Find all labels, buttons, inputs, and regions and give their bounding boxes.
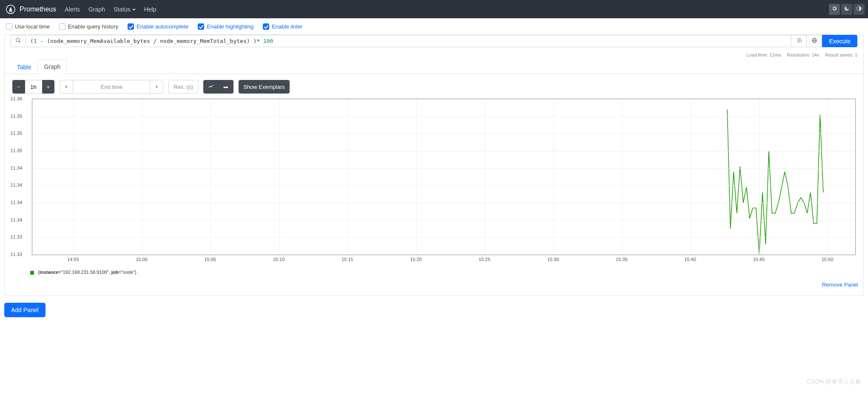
tab-table[interactable]: Table bbox=[11, 60, 37, 74]
gear-icon bbox=[831, 6, 837, 13]
svg-line-4 bbox=[19, 41, 21, 43]
chart-type-control bbox=[203, 80, 233, 94]
svg-point-3 bbox=[16, 38, 20, 42]
moon-icon bbox=[844, 6, 850, 13]
chevron-right-icon bbox=[154, 84, 159, 90]
stat-load-time: Load time: 11ms bbox=[746, 52, 781, 57]
opt-highlighting-label: Enable highlighting bbox=[207, 23, 253, 30]
globe-icon bbox=[811, 37, 817, 45]
contrast-toggle-button[interactable] bbox=[854, 4, 865, 15]
checkbox-icon[interactable] bbox=[59, 23, 65, 30]
chart-yaxis: 11.3611.3511.3511.3511.3411.3411.3411.34… bbox=[5, 99, 24, 265]
nav-links: Alerts Graph Status Help bbox=[65, 6, 156, 13]
range-control: − + bbox=[12, 80, 54, 94]
stackedchart-icon bbox=[223, 83, 229, 91]
format-expression-button[interactable] bbox=[791, 35, 807, 47]
add-panel-row: Add Panel bbox=[0, 296, 868, 324]
chevron-left-icon bbox=[64, 84, 68, 90]
range-input[interactable] bbox=[25, 80, 42, 94]
remove-panel-link[interactable]: Remove Panel bbox=[822, 281, 858, 288]
stat-result-series: Result series: 1 bbox=[825, 52, 857, 57]
linechart-button[interactable] bbox=[203, 80, 219, 94]
execute-button[interactable]: Execute bbox=[822, 35, 857, 47]
endtime-input[interactable] bbox=[73, 80, 150, 94]
add-panel-button[interactable]: Add Panel bbox=[4, 303, 46, 317]
prometheus-logo-icon bbox=[6, 5, 15, 14]
resolution-input[interactable] bbox=[168, 80, 198, 94]
nav-graph[interactable]: Graph bbox=[88, 6, 105, 13]
query-panel: (1 - (node_memory_MemAvailable_bytes / n… bbox=[4, 34, 864, 296]
stackedchart-button[interactable] bbox=[219, 80, 233, 94]
show-exemplars-button[interactable]: Show Exemplars bbox=[239, 80, 290, 94]
opt-local-time-label: Use local time bbox=[15, 23, 50, 30]
graph-controls-row: − + Show Exemplars bbox=[5, 74, 863, 99]
legend-entry[interactable]: {instance="192.168.231.56:9100", job="no… bbox=[38, 270, 137, 275]
checkbox-icon[interactable] bbox=[263, 23, 269, 30]
plus-icon: + bbox=[47, 84, 50, 90]
range-increase-button[interactable]: + bbox=[42, 80, 55, 94]
query-stats-row: Load time: 11ms Resolution: 14s Result s… bbox=[5, 52, 863, 59]
nav-alerts[interactable]: Alerts bbox=[65, 6, 80, 13]
expression-input[interactable]: (1 - (node_memory_MemAvailable_bytes / n… bbox=[26, 35, 791, 47]
brand-text: Prometheus bbox=[20, 6, 56, 13]
stat-resolution: Resolution: 14s bbox=[787, 52, 819, 57]
metrics-explorer-button[interactable] bbox=[807, 35, 822, 47]
query-options-row: Use local time Enable query history Enab… bbox=[0, 18, 868, 34]
endtime-prev-button[interactable] bbox=[60, 80, 73, 94]
checkbox-icon[interactable] bbox=[128, 23, 134, 30]
endtime-next-button[interactable] bbox=[150, 80, 163, 94]
chart-area: 11.3611.3511.3511.3511.3411.3411.3411.34… bbox=[5, 99, 863, 265]
nav-help[interactable]: Help bbox=[144, 6, 157, 13]
result-tabs: Table Graph bbox=[5, 59, 863, 74]
nav-status-dropdown[interactable]: Status bbox=[114, 6, 136, 13]
search-icon bbox=[15, 37, 21, 45]
endtime-control bbox=[60, 80, 163, 94]
linechart-icon bbox=[208, 83, 214, 91]
legend-swatch-icon bbox=[30, 271, 34, 275]
opt-linter[interactable]: Enable linter bbox=[263, 23, 302, 30]
chart-plot[interactable] bbox=[32, 99, 856, 255]
settings-button[interactable] bbox=[829, 4, 840, 15]
opt-linter-label: Enable linter bbox=[272, 23, 302, 30]
svg-rect-1 bbox=[9, 11, 12, 12]
contrast-icon bbox=[856, 6, 862, 13]
opt-autocomplete[interactable]: Enable autocomplete bbox=[128, 23, 188, 30]
opt-local-time[interactable]: Use local time bbox=[6, 23, 50, 30]
panel-footer: Remove Panel bbox=[5, 277, 863, 288]
minus-icon: − bbox=[17, 84, 20, 90]
range-decrease-button[interactable]: − bbox=[12, 80, 25, 94]
query-bar: (1 - (node_memory_MemAvailable_bytes / n… bbox=[5, 35, 863, 52]
theme-toggle-button[interactable] bbox=[841, 4, 852, 15]
opt-highlighting[interactable]: Enable highlighting bbox=[198, 23, 253, 30]
top-navbar: Prometheus Alerts Graph Status Help bbox=[0, 0, 868, 18]
brand[interactable]: Prometheus bbox=[6, 5, 56, 14]
navbar-right-buttons bbox=[828, 4, 865, 15]
opt-query-history[interactable]: Enable query history bbox=[59, 23, 119, 30]
opt-query-history-label: Enable query history bbox=[68, 23, 119, 30]
checkbox-icon[interactable] bbox=[6, 23, 12, 30]
expression-search-icon-box[interactable] bbox=[11, 35, 26, 47]
opt-autocomplete-label: Enable autocomplete bbox=[137, 23, 188, 30]
tab-graph[interactable]: Graph bbox=[37, 60, 67, 74]
format-icon bbox=[796, 37, 802, 45]
chart-legend: {instance="192.168.231.56:9100", job="no… bbox=[5, 265, 863, 277]
chart-xaxis: 14:5515:0015:0515:1015:1515:2015:2515:30… bbox=[32, 255, 856, 263]
checkbox-icon[interactable] bbox=[198, 23, 204, 30]
